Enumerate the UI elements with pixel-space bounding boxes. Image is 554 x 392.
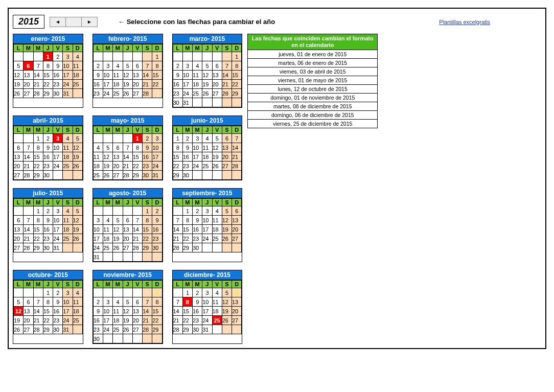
dow-header: D	[232, 44, 242, 52]
day-cell: 25	[73, 80, 82, 89]
dow-header: M	[24, 44, 33, 52]
month-diciembre: diciembre- 2015LMMJVSD123456789101112131…	[172, 270, 243, 344]
day-cell: 7	[173, 297, 182, 307]
day-cell: 14	[173, 307, 182, 316]
day-cell	[132, 206, 142, 216]
day-cell: 22	[173, 162, 182, 171]
day-cell: 8	[43, 61, 53, 71]
month-title: febrero- 2015	[93, 34, 163, 44]
day-cell: 28	[222, 89, 232, 98]
day-cell	[193, 171, 202, 180]
day-cell: 28	[143, 89, 152, 98]
dow-header: D	[73, 281, 82, 288]
day-cell: 16	[43, 225, 53, 234]
year-next-button[interactable]: ►	[82, 17, 97, 27]
dow-header: V	[212, 199, 222, 206]
day-cell	[63, 171, 73, 180]
dow-header: V	[53, 44, 63, 52]
day-cell: 7	[143, 297, 152, 307]
day-cell: 7	[143, 61, 152, 71]
dow-header: M	[113, 126, 123, 134]
day-cell	[212, 98, 222, 107]
day-cell: 10	[63, 297, 73, 307]
day-cell: 12	[202, 71, 212, 80]
day-cell	[14, 206, 24, 216]
day-cell: 11	[113, 71, 123, 80]
year-prev-button[interactable]: ◄	[50, 17, 65, 27]
day-cell	[212, 243, 222, 252]
month-title: noviembre- 2015	[93, 270, 163, 280]
date-row: jueves, 01 de enero de 2015	[247, 50, 378, 59]
day-cell	[113, 52, 123, 61]
day-cell: 17	[53, 225, 63, 234]
day-cell: 2	[143, 134, 152, 143]
day-cell: 3	[182, 61, 192, 71]
day-cell: 2	[193, 288, 202, 297]
day-cell	[222, 325, 232, 334]
month-title: junio- 2015	[173, 116, 242, 126]
day-cell: 11	[193, 71, 202, 80]
day-cell	[202, 52, 212, 61]
day-cell: 3	[202, 288, 212, 297]
day-cell: 26	[123, 89, 132, 98]
day-cell: 31	[63, 325, 73, 334]
day-cell: 7	[123, 143, 132, 152]
day-cell: 15	[33, 152, 43, 162]
day-cell: 14	[123, 152, 132, 162]
day-cell: 11	[103, 225, 113, 234]
dow-header: L	[173, 281, 182, 288]
day-cell: 22	[43, 80, 53, 89]
day-cell: 25	[93, 171, 103, 180]
day-cell: 17	[103, 80, 113, 89]
month-octubre: octubre- 2015LMMJVSD12345678910111213141…	[13, 270, 83, 344]
dow-header: M	[33, 199, 43, 206]
day-cell: 30	[152, 243, 162, 252]
dow-header: L	[173, 199, 182, 206]
day-cell: 16	[182, 152, 192, 162]
dow-header: S	[63, 44, 73, 52]
day-cell: 15	[143, 225, 152, 234]
day-cell: 26	[73, 234, 82, 243]
dow-header: V	[132, 44, 142, 52]
day-cell: 25	[212, 234, 222, 243]
day-cell: 21	[143, 80, 152, 89]
day-cell: 31	[53, 243, 63, 252]
day-cell: 1	[33, 206, 43, 216]
day-cell: 5	[14, 297, 24, 307]
day-cell: 17	[182, 80, 192, 89]
dow-header: S	[63, 199, 73, 206]
day-cell: 9	[193, 216, 202, 225]
day-cell	[93, 206, 103, 216]
templates-link[interactable]: Plantillas excelgratis	[439, 19, 490, 25]
dow-header: M	[103, 126, 113, 134]
day-cell	[103, 206, 113, 216]
day-cell: 15	[182, 225, 192, 234]
dow-header: M	[33, 44, 43, 52]
day-cell	[202, 171, 212, 180]
day-cell: 12	[73, 143, 82, 152]
day-cell: 20	[24, 316, 33, 325]
day-cell: 25	[212, 316, 222, 325]
day-cell: 13	[14, 225, 24, 234]
day-cell	[103, 288, 113, 297]
date-row: viernes, 03 de abril de 2015	[247, 67, 378, 76]
day-cell: 23	[43, 162, 53, 171]
day-cell	[143, 334, 152, 343]
dow-header: S	[222, 199, 232, 206]
day-cell: 6	[222, 134, 232, 143]
day-cell: 28	[132, 243, 142, 252]
day-cell: 23	[53, 316, 63, 325]
day-cell: 22	[143, 234, 152, 243]
dow-header: D	[152, 126, 162, 134]
day-cell: 2	[93, 61, 103, 71]
day-cell: 23	[193, 316, 202, 325]
day-cell: 11	[63, 216, 73, 225]
day-cell: 18	[212, 225, 222, 234]
day-cell: 13	[232, 297, 242, 307]
day-cell	[173, 206, 182, 216]
dow-header: V	[132, 199, 142, 206]
day-cell: 21	[123, 162, 132, 171]
day-cell: 7	[132, 216, 142, 225]
day-cell: 8	[43, 297, 53, 307]
day-cell: 18	[73, 71, 82, 80]
